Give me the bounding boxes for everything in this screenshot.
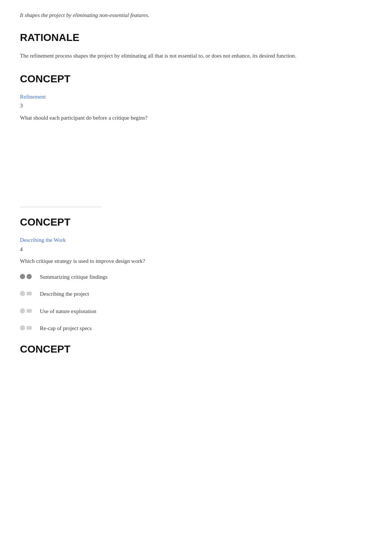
radio-group-4: [20, 325, 33, 330]
rationale-section: RATIONALE The refinement process shapes …: [20, 30, 372, 60]
concept-2-link[interactable]: Describing the Work: [20, 236, 372, 244]
concept-1-link[interactable]: Refinement: [20, 93, 372, 101]
option-4-text: Re-cap of project specs: [40, 324, 92, 333]
radio-dot-1b: [27, 274, 32, 279]
answer-option-4[interactable]: Re-cap of project specs: [20, 324, 372, 333]
radio-dot-2a: [20, 291, 25, 296]
concept-2-heading: CONCEPT: [20, 214, 372, 230]
rationale-heading: RATIONALE: [20, 30, 372, 45]
radio-square-3b: [27, 309, 32, 313]
page-content: It shapes the project by eliminating non…: [0, 0, 392, 379]
radio-group-3: [20, 308, 33, 313]
radio-dot-1a: [20, 274, 25, 279]
radio-square-2b: [27, 292, 32, 295]
option-1-text: Summarizing critique findings: [40, 273, 107, 281]
concept-1-number: 3: [20, 102, 372, 110]
answer-option-1[interactable]: Summarizing critique findings: [20, 273, 372, 281]
answer-option-2[interactable]: Describing the project: [20, 290, 372, 298]
concept-1-section: CONCEPT Refinement 3 What should each pa…: [20, 71, 372, 122]
spacer: [20, 129, 372, 196]
answer-option-3[interactable]: Use of nature exploration: [20, 307, 372, 316]
radio-dot-4a: [20, 325, 25, 330]
concept-2-question: Which critique strategy is used to impro…: [20, 257, 372, 265]
concept-3-section: CONCEPT: [20, 342, 372, 357]
answer-options: Summarizing critique findings Describing…: [20, 273, 372, 333]
concept-1-heading: CONCEPT: [20, 71, 372, 87]
concept-3-heading: CONCEPT: [20, 342, 372, 357]
concept-1-question: What should each participant do before a…: [20, 114, 372, 122]
radio-group-2: [20, 291, 33, 296]
intro-text: It shapes the project by eliminating non…: [20, 7, 372, 20]
section-divider: [20, 207, 101, 207]
concept-2-section: CONCEPT Describing the Work 4 Which crit…: [20, 214, 372, 333]
option-2-text: Describing the project: [40, 290, 89, 298]
concept-2-number: 4: [20, 245, 372, 254]
rationale-body: The refinement process shapes the projec…: [20, 51, 372, 60]
radio-dot-3a: [20, 308, 25, 313]
radio-group-1: [20, 274, 33, 279]
option-3-text: Use of nature exploration: [40, 307, 96, 316]
radio-square-4b: [27, 326, 32, 330]
